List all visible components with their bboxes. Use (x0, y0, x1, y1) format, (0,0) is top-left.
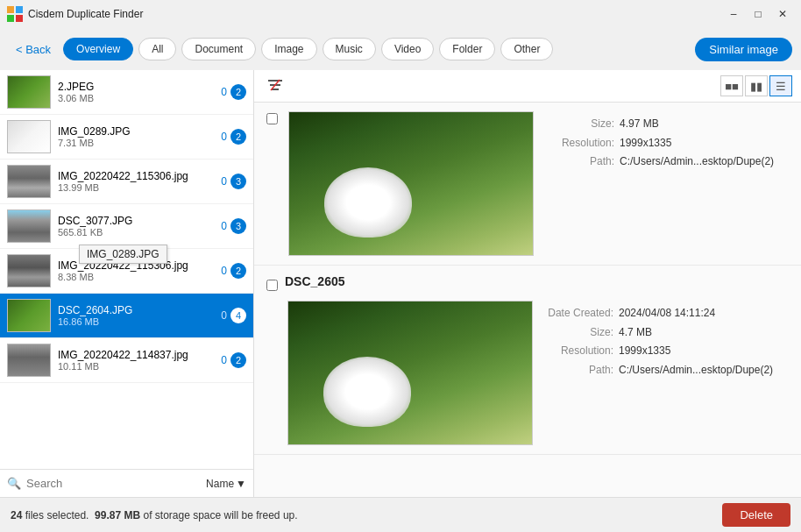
duplicate-details: Size: 4.97 MB Resolution: 1999x1335 Path… (544, 111, 789, 172)
detail-resolution: Resolution: 1999x1335 (544, 134, 789, 153)
left-panel: 2.JPEG 3.06 MB 0 2 IMG_0289.JPG 7.31 MB … (0, 70, 254, 497)
list-item[interactable]: 2.JPEG 3.06 MB 0 2 (0, 70, 253, 115)
path-label: Path: (544, 153, 614, 172)
group-checkbox[interactable] (266, 280, 278, 291)
list-item[interactable]: DSC_3077.JPG 565.81 KB 0 3 (0, 204, 253, 249)
resolution-label: Resolution: (544, 134, 614, 153)
file-info: IMG_0289.JPG 7.31 MB (58, 125, 214, 148)
file-name: 2.JPEG (58, 81, 214, 93)
detail-path: Path: C:/Users/Admin...esktop/Dupe(2) (543, 361, 789, 380)
content-area[interactable]: Size: 4.97 MB Resolution: 1999x1335 Path… (254, 103, 801, 497)
file-size: 3.06 MB (58, 93, 214, 103)
group-row: Date Created: 2024/04/08 14:11:24 Size: … (266, 301, 789, 445)
resolution-label: Resolution: (543, 342, 613, 361)
main-content: 2.JPEG 3.06 MB 0 2 IMG_0289.JPG 7.31 MB … (0, 70, 801, 497)
file-counters: 0 2 (221, 263, 246, 279)
file-name: IMG_20220422_115306.jpg (58, 170, 214, 182)
detail-path: Path: C:/Users/Admin...esktop/Dupe(2) (544, 153, 789, 172)
app-icon (7, 6, 23, 22)
file-counters: 0 3 (221, 174, 246, 189)
file-size: 13.99 MB (58, 182, 214, 193)
file-size: 7.31 MB (58, 138, 214, 148)
file-name: IMG_0289.JPG (58, 125, 214, 138)
app-title: Cisdem Duplicate Finder (28, 8, 143, 20)
filter-video[interactable]: Video (381, 38, 434, 60)
filter-document[interactable]: Document (181, 38, 256, 60)
file-thumbnail (7, 344, 51, 377)
maximize-button[interactable]: □ (747, 4, 769, 24)
duplicate-details: Date Created: 2024/04/08 14:11:24 Size: … (543, 301, 789, 379)
filter-image[interactable]: Image (261, 38, 316, 60)
filter-overview[interactable]: Overview (63, 38, 133, 60)
detail-size: Size: 4.97 MB (544, 115, 789, 134)
back-button[interactable]: < Back (9, 39, 58, 60)
path-label: Path: (543, 361, 613, 380)
counter-a: 0 (221, 131, 227, 143)
file-counters: 0 4 (221, 308, 246, 323)
counter-badge: 2 (230, 263, 246, 279)
file-counters: 0 2 (221, 84, 246, 100)
file-info: DSC_2604.JPG 16.86 MB (58, 304, 214, 327)
file-counters: 0 2 (221, 129, 246, 145)
right-toolbar: ■■ ▮▮ ☰ (254, 70, 801, 103)
counter-badge: 3 (230, 174, 246, 189)
duplicate-group: Size: 4.97 MB Resolution: 1999x1335 Path… (254, 103, 801, 266)
storage-amount: 99.87 MB (95, 509, 140, 521)
file-thumbnail (7, 75, 51, 109)
minimize-button[interactable]: – (722, 4, 745, 24)
file-thumbnail (7, 209, 51, 243)
svg-rect-3 (16, 15, 23, 22)
list-item[interactable]: IMG_0289.JPG 7.31 MB 0 2 IMG_0289.JPG (0, 115, 253, 160)
search-input[interactable] (26, 477, 201, 490)
sort-button[interactable]: Name ▼ (206, 478, 246, 490)
right-panel: ■■ ▮▮ ☰ Size: 4.97 MB (254, 70, 801, 497)
duplicate-title: DSC_2605 (285, 274, 345, 288)
counter-a: 0 (221, 175, 227, 188)
detail-size: Size: 4.7 MB (543, 323, 789, 343)
file-list[interactable]: 2.JPEG 3.06 MB 0 2 IMG_0289.JPG 7.31 MB … (0, 70, 253, 469)
file-thumbnail (7, 299, 51, 332)
counter-a: 0 (221, 86, 227, 98)
size-value: 4.7 MB (619, 323, 652, 343)
file-thumbnail (7, 120, 51, 153)
resolution-value: 1999x1335 (620, 134, 671, 153)
file-info: DSC_3077.JPG 565.81 KB (58, 215, 214, 238)
group-checkbox[interactable] (266, 113, 278, 124)
file-counters: 0 3 (221, 218, 246, 234)
size-label: Size: (543, 323, 613, 343)
delete-button[interactable]: Delete (722, 503, 790, 527)
sort-label: Name (206, 478, 234, 490)
list-item[interactable]: IMG_20220422_115306.jpg 13.99 MB 0 3 (0, 160, 253, 204)
list-item[interactable]: IMG_20220422_114837.jpg 10.11 MB 0 2 (0, 338, 253, 383)
detail-date: Date Created: 2024/04/08 14:11:24 (543, 304, 789, 323)
file-info: 2.JPEG 3.06 MB (58, 81, 214, 103)
status-text: 24 files selected. 99.87 MB of storage s… (11, 509, 298, 521)
tooltip: IMG_0289.JPG (79, 245, 167, 264)
filter-folder[interactable]: Folder (439, 38, 495, 60)
filter-all[interactable]: All (138, 38, 176, 60)
sort-chevron-icon: ▼ (236, 478, 246, 490)
filter-music[interactable]: Music (323, 38, 376, 60)
counter-a: 0 (221, 354, 227, 366)
view-list-button[interactable]: ☰ (769, 75, 792, 96)
counter-badge: 2 (230, 129, 246, 145)
file-thumbnail (7, 165, 51, 198)
file-name: IMG_20220422_114837.jpg (58, 349, 214, 361)
clear-filter-button[interactable] (263, 76, 287, 96)
svg-rect-2 (7, 15, 14, 22)
similar-image-button[interactable]: Similar image (695, 38, 792, 61)
file-size: 16.86 MB (58, 316, 214, 327)
file-size: 10.11 MB (58, 361, 214, 372)
size-value: 4.97 MB (620, 115, 659, 134)
view-columns-button[interactable]: ▮▮ (745, 75, 768, 96)
statusbar: 24 files selected. 99.87 MB of storage s… (0, 497, 801, 532)
selected-count: 24 (11, 509, 22, 521)
duplicate-image (288, 111, 534, 256)
filter-other[interactable]: Other (500, 38, 553, 60)
list-item[interactable]: DSC_2604.JPG 16.86 MB 0 4 (0, 294, 253, 338)
view-grid-button[interactable]: ■■ (720, 75, 743, 96)
close-button[interactable]: ✕ (771, 4, 794, 24)
duplicate-group: DSC_2605 Date Created: 2024/04/08 14:11:… (254, 266, 801, 455)
toolbar: < Back Overview All Document Image Music… (0, 28, 801, 70)
group-row: Size: 4.97 MB Resolution: 1999x1335 Path… (266, 111, 789, 256)
